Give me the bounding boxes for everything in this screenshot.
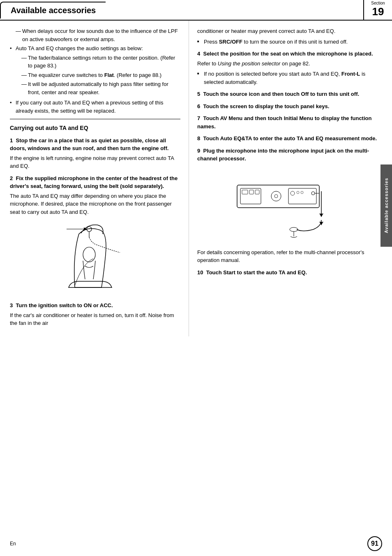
step-7: 7 Touch AV Menu and then touch Initial M…	[197, 114, 384, 130]
bullet-text-2: If you carry out auto TA and EQ when a p…	[16, 100, 163, 114]
step-9: 9 Plug the microphone into the microphon…	[197, 147, 384, 163]
step-10: 10 Touch Start to start the auto TA and …	[197, 269, 384, 277]
square-bullet-list: Press SRC/OFF to turn the source on if t…	[197, 38, 384, 46]
step-9-heading: 9 Plug the microphone into the microphon…	[197, 147, 384, 163]
bullet-item-2: If you carry out auto TA and EQ when a p…	[10, 99, 180, 115]
step-3-heading: 3 Turn the ignition switch to ON or ACC.	[10, 301, 180, 310]
side-tab-text: Available accessories	[384, 178, 389, 234]
step-8: 8 Touch Auto EQ&TA to enter the auto TA …	[197, 134, 384, 143]
svg-point-14	[297, 191, 299, 194]
step-2-heading: 2 Fix the supplied microphone in the cen…	[10, 174, 180, 190]
svg-rect-8	[249, 190, 254, 194]
bullet-list: Auto TA and EQ changes the audio setting…	[10, 44, 180, 115]
step-4-note: If no position is selected before you st…	[197, 70, 384, 86]
intro-continuation: conditioner or heater may prevent correc…	[197, 27, 384, 35]
svg-point-16	[311, 192, 315, 195]
section-badge: Section 19	[363, 0, 392, 20]
footer-page: 91	[367, 536, 382, 551]
section-number: 19	[372, 5, 384, 18]
bullet-item-1: Auto TA and EQ changes the audio setting…	[10, 44, 180, 96]
step-4-body: Refer to Using the position selector on …	[197, 60, 384, 68]
footer-lang: En	[10, 541, 16, 547]
sub-dash-list-1: The fader/balance settings return to the…	[16, 54, 180, 97]
footer: En 91	[0, 536, 392, 551]
svg-point-11	[274, 195, 278, 198]
step-6: 6 Touch the screen to display the touch …	[197, 102, 384, 111]
dash-item: When delays occur for low sounds due to …	[16, 27, 180, 43]
sub-dash-2: The equalizer curve switches to Flat. (R…	[21, 71, 180, 79]
dash-text: When delays occur for low sounds due to …	[22, 28, 178, 42]
step-1: 1 Stop the car in a place that is as qui…	[10, 137, 180, 170]
sub-dash-3: It will be adjusted automatically to hig…	[21, 80, 180, 96]
svg-rect-12	[288, 188, 316, 204]
intro-dash-list: When delays occur for low sounds due to …	[10, 27, 180, 43]
svg-point-4	[83, 247, 95, 262]
step-3: 3 Turn the ignition switch to ON or ACC.…	[10, 301, 180, 327]
svg-point-10	[271, 191, 281, 201]
step-4: 4 Select the position for the seat on wh…	[197, 50, 384, 67]
right-column: conditioner or heater may prevent correc…	[189, 21, 392, 336]
step-1-heading: 1 Stop the car in a place that is as qui…	[10, 137, 180, 153]
square-bullet-1: Press SRC/OFF to turn the source on if t…	[197, 38, 384, 46]
step-5-heading: 5 Touch the source icon and then touch O…	[197, 90, 384, 98]
svg-rect-7	[242, 190, 248, 194]
sub-dash-1: The fader/balance settings return to the…	[21, 54, 180, 70]
section-label: Section	[371, 1, 385, 5]
main-content: When delays occur for low sounds due to …	[0, 21, 392, 336]
svg-rect-6	[240, 188, 261, 204]
step-2: 2 Fix the supplied microphone in the cen…	[10, 174, 180, 216]
svg-rect-9	[255, 190, 259, 194]
step-2-body: The auto TA and EQ may differ depending …	[10, 192, 180, 216]
step-1-body: If the engine is left running, engine no…	[10, 154, 180, 170]
step-7-heading: 7 Touch AV Menu and then touch Initial M…	[197, 114, 384, 130]
car-seat-diagram-container	[10, 222, 180, 296]
step-6-heading: 6 Touch the screen to display the touch …	[197, 102, 384, 111]
car-seat-diagram	[50, 222, 141, 296]
bullet-text-1: Auto TA and EQ changes the audio setting…	[16, 45, 143, 51]
page-title: Available accessories	[11, 6, 96, 15]
step-4-heading: 4 Select the position for the seat on wh…	[197, 50, 384, 58]
page-header: Available accessories Section 19	[0, 0, 392, 21]
processor-diagram	[233, 169, 348, 243]
step-5: 5 Touch the source icon and then touch O…	[197, 90, 384, 98]
step-8-heading: 8 Touch Auto EQ&TA to enter the auto TA …	[197, 134, 384, 143]
title-border: Available accessories	[0, 2, 106, 19]
processor-diagram-container	[197, 169, 384, 243]
step-4-note-list: If no position is selected before you st…	[197, 70, 384, 86]
step-10-heading: 10 Touch Start to start the auto TA and …	[197, 269, 384, 277]
svg-point-15	[301, 191, 303, 194]
svg-point-13	[291, 191, 295, 195]
title-section: Available accessories	[0, 0, 363, 20]
diagram-caption: For details concerning operation, refer …	[197, 248, 384, 264]
side-tab: Available accessories	[380, 164, 392, 247]
carrying-out-heading: Carrying out auto TA and EQ	[10, 124, 180, 132]
step-3-body: If the car's air conditioner or heater i…	[10, 311, 180, 327]
left-column: When delays occur for low sounds due to …	[0, 21, 189, 336]
svg-marker-20	[320, 214, 323, 217]
